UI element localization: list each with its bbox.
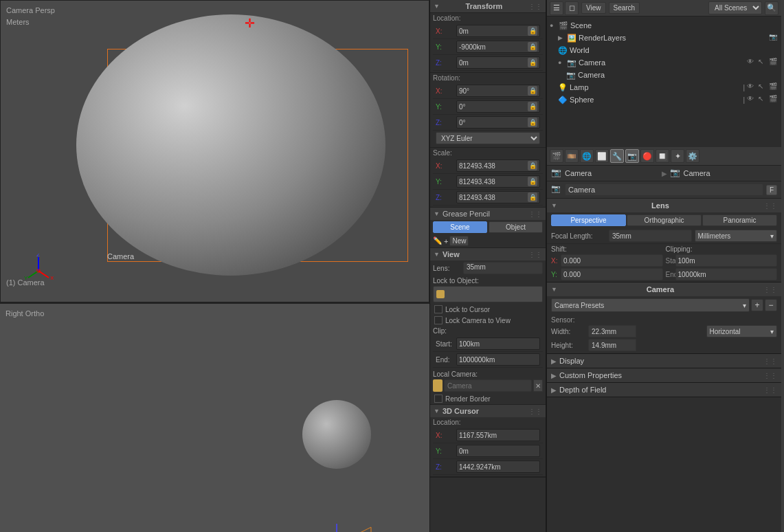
prop-modifier-icon[interactable]: 🔧 <box>610 149 624 163</box>
rotation-y-input[interactable]: 0° 🔒 <box>456 100 540 113</box>
outliner-icon[interactable]: ☰ <box>550 1 563 15</box>
render-layers-vis-btn[interactable]: 📷 <box>769 33 779 43</box>
sphere-vis-cursor[interactable]: ↖ <box>758 95 768 104</box>
view-header[interactable]: ▼ View ⋮⋮ <box>430 248 546 261</box>
shift-y-input[interactable]: 0.000 <box>561 268 663 280</box>
transform-header[interactable]: ▼ Transform ⋮⋮ <box>430 0 546 13</box>
clip-start-field[interactable]: 100m <box>675 254 778 267</box>
cursor-z-input[interactable]: 1442.9247km <box>456 461 540 473</box>
rotation-x-label: X: <box>436 87 455 95</box>
local-camera-close[interactable]: ✕ <box>533 379 543 392</box>
sensor-type-select[interactable]: Horizontal ▾ <box>706 325 778 337</box>
scale-y-lock[interactable]: 🔒 <box>528 177 537 186</box>
clip-end-field[interactable]: 10000km <box>675 268 778 280</box>
prop-texture-icon[interactable]: 🔲 <box>656 149 669 163</box>
sphere-vis-render[interactable]: 🎬 <box>769 95 779 104</box>
scale-z-lock[interactable]: 🔒 <box>528 192 537 202</box>
cursor-y-input[interactable]: 0m <box>456 445 540 457</box>
viewport-bottom[interactable]: Right Ortho Camera <box>0 302 429 532</box>
location-x-lock[interactable]: 🔒 <box>528 26 537 36</box>
rotation-z-lock[interactable]: 🔒 <box>528 118 537 127</box>
tree-sphere[interactable]: 🔷 Sphere | 👁 ↖ 🎬 <box>547 93 781 106</box>
clip-end-input[interactable]: 1000000km <box>456 353 540 366</box>
lamp-vis-cursor[interactable]: ↖ <box>758 82 768 92</box>
clip-start-input[interactable]: 100km <box>456 337 540 350</box>
tree-render-layers[interactable]: ▶ 🖼️ RenderLayers 📷 <box>547 32 781 44</box>
view-icon-btn[interactable]: ◻ <box>565 1 579 15</box>
camera-name-input[interactable] <box>565 184 763 196</box>
lock-cursor-checkbox[interactable] <box>434 305 443 313</box>
grease-object-tab[interactable]: Object <box>489 221 543 233</box>
focal-length-value[interactable]: 35mm <box>609 230 692 242</box>
shift-x-input[interactable]: 0.000 <box>561 254 663 267</box>
viewport-top[interactable]: Camera Persp Meters ✛ Camera X Y Z (1) C… <box>0 0 429 302</box>
focal-unit-select[interactable]: Millimeters ▾ <box>695 230 778 242</box>
all-scenes-select[interactable]: All Scenes <box>708 1 762 14</box>
display-header[interactable]: ▶ Display ⋮⋮ <box>547 354 781 368</box>
preset-remove-btn[interactable]: − <box>765 299 777 311</box>
prop-physics-icon[interactable]: ⚙️ <box>686 149 699 163</box>
camera-vis-render[interactable]: 🎬 <box>769 58 779 67</box>
prop-particles-icon[interactable]: ✦ <box>671 149 684 163</box>
scale-x-input[interactable]: 812493.438 🔒 <box>456 159 540 172</box>
viewport-unit-label: Meters <box>6 18 30 26</box>
scale-y-input[interactable]: 812493.438 🔒 <box>456 175 540 188</box>
lock-camera-checkbox[interactable] <box>434 316 443 324</box>
scale-z-input[interactable]: 812493.438 🔒 <box>456 191 540 203</box>
location-x-input[interactable]: 0m 🔒 <box>456 25 540 37</box>
lock-obj-btn[interactable] <box>433 286 543 302</box>
tree-lamp[interactable]: 💡 Lamp | 👁 ↖ 🎬 <box>547 81 781 93</box>
lamp-vis-render[interactable]: 🎬 <box>769 82 779 92</box>
euler-select[interactable]: XYZ Euler <box>436 132 540 144</box>
location-z-input[interactable]: 0m 🔒 <box>456 56 540 69</box>
location-y-lock[interactable]: 🔒 <box>528 42 537 52</box>
cursor-x-input[interactable]: 1167.557km <box>456 429 540 441</box>
camera-presets-select[interactable]: Camera Presets ▾ <box>551 298 750 312</box>
search-button[interactable]: Search <box>609 2 640 14</box>
location-y-input[interactable]: -9000km 🔒 <box>456 41 540 53</box>
sensor-width-label: Width: <box>551 328 585 335</box>
prop-scene-icon[interactable]: 🎞️ <box>565 149 579 163</box>
sphere-vis-eye[interactable]: 👁 <box>747 95 757 104</box>
transform-triangle: ▼ <box>434 3 440 10</box>
tree-camera-child[interactable]: 📷 Camera <box>547 69 781 81</box>
tree-world[interactable]: 🌐 World <box>547 44 781 56</box>
cursor-x-label: X: <box>436 432 455 439</box>
lens-panel-header[interactable]: ▼ Lens ⋮⋮ <box>547 199 781 212</box>
dof-header[interactable]: ▶ Depth of Field ⋮⋮ <box>547 383 781 397</box>
rotation-x-input[interactable]: 90° 🔒 <box>456 85 540 97</box>
rotation-y-lock[interactable]: 🔒 <box>528 102 537 111</box>
panoramic-tab[interactable]: Panoramic <box>702 214 777 226</box>
cursor-header[interactable]: ▼ 3D Cursor ⋮⋮ <box>430 405 546 417</box>
prop-data-icon[interactable]: 📷 <box>625 149 639 163</box>
rotation-x-lock[interactable]: 🔒 <box>528 86 537 96</box>
render-border-checkbox[interactable] <box>434 395 443 403</box>
location-z-lock[interactable]: 🔒 <box>528 58 537 67</box>
prop-object-icon[interactable]: ⬜ <box>595 149 609 163</box>
tree-camera-parent[interactable]: ● 📷 Camera 👁 ↖ 🎬 <box>547 56 781 69</box>
search-scenes-icon[interactable]: 🔍 <box>765 1 779 15</box>
grease-scene-tab[interactable]: Scene <box>433 221 487 233</box>
local-camera-input[interactable]: Camera <box>444 379 532 392</box>
prop-render-icon[interactable]: 🎬 <box>550 149 563 163</box>
grease-header[interactable]: ▼ Grease Pencil ⋮⋮ <box>430 208 546 220</box>
sensor-height-input[interactable]: 14.9mm <box>588 339 636 351</box>
grease-new-btn[interactable]: New <box>449 236 469 246</box>
custom-props-header[interactable]: ▶ Custom Properties ⋮⋮ <box>547 368 781 382</box>
camera-vis-cursor[interactable]: ↖ <box>758 58 768 67</box>
orthographic-tab[interactable]: Orthographic <box>627 214 702 226</box>
scale-x-lock[interactable]: 🔒 <box>528 161 537 170</box>
cursor-section: ▼ 3D Cursor ⋮⋮ Location: X: 1167.557km Y… <box>430 405 546 478</box>
camera-vis-eye[interactable]: 👁 <box>747 58 757 67</box>
rotation-z-input[interactable]: 0° 🔒 <box>456 116 540 129</box>
perspective-tab[interactable]: Perspective <box>551 214 626 226</box>
camera-panel-header[interactable]: ▼ Camera ⋮⋮ <box>547 282 781 296</box>
lamp-vis-eye[interactable]: 👁 <box>747 82 757 92</box>
prop-world-icon[interactable]: 🌐 <box>580 149 594 163</box>
prop-material-icon[interactable]: 🔴 <box>640 149 654 163</box>
lens-value-input[interactable]: 35mm <box>463 262 543 274</box>
preset-add-btn[interactable]: + <box>751 299 763 311</box>
view-button[interactable]: View <box>581 2 606 14</box>
sensor-width-input[interactable]: 22.3mm <box>588 325 636 337</box>
tree-scene[interactable]: ● 🎬 Scene <box>547 19 781 32</box>
